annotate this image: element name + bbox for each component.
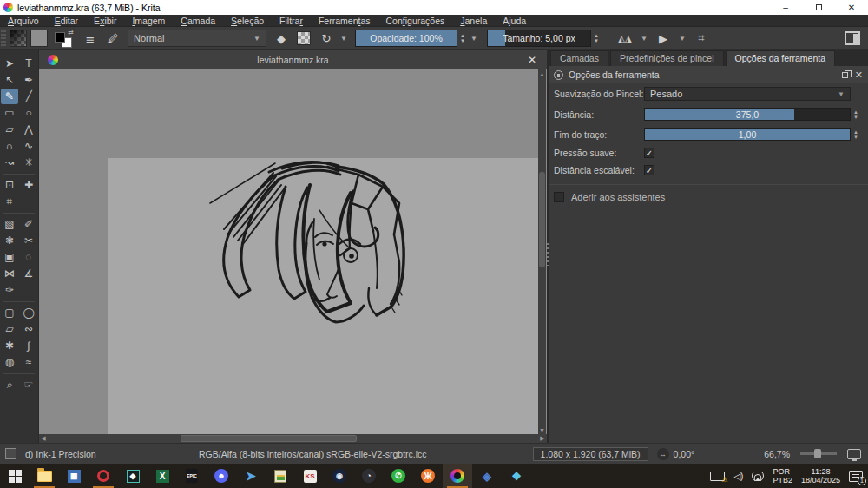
taskbar-ppsspp[interactable]: ❖ [502, 464, 531, 488]
mirror-vertical-button[interactable]: ▶ [653, 29, 674, 48]
taskbar-whatsapp[interactable]: ✆ [384, 464, 413, 488]
tool-edit-shapes[interactable]: ↖ [1, 72, 18, 88]
tool-bezier-curve[interactable]: ∩ [1, 138, 18, 154]
toolbar-drag-handle[interactable] [1, 30, 6, 46]
reload-dropdown[interactable]: ▼ [338, 35, 350, 43]
tool-select-shapes[interactable]: ➤ [1, 56, 18, 71]
menu-ferramentas[interactable]: Ferramentas [311, 15, 378, 27]
fit-view-icon[interactable] [847, 449, 861, 459]
swap-colors-icon[interactable]: ⇄ [68, 29, 74, 36]
display-tray-icon[interactable]: ⚠ [710, 472, 725, 481]
menu-imagem[interactable]: Imagem [124, 15, 173, 27]
taskbar-excel[interactable]: X [148, 464, 177, 488]
workspace-chooser-button[interactable] [842, 29, 863, 48]
taskbar-discord[interactable]: ☻ [207, 464, 236, 488]
preserve-alpha-button[interactable] [293, 29, 314, 48]
tool-contiguous-select[interactable]: ◍ [1, 354, 18, 370]
scroll-up-arrow[interactable]: ▲ [538, 69, 546, 78]
scroll-left-arrow[interactable]: ◀ [39, 434, 48, 443]
taskbar-calculator[interactable]: ▦ [59, 464, 89, 488]
language-indicator[interactable]: PORPTB2 [773, 467, 792, 485]
clock[interactable]: 11:2818/04/2025 [801, 467, 840, 485]
opacity-spinner[interactable]: ▲▼ [457, 30, 468, 47]
tool-text[interactable]: T [20, 56, 37, 71]
horizontal-scroll-thumb[interactable] [181, 435, 357, 442]
stroke-end-slider[interactable]: 1,00 [644, 128, 851, 141]
eraser-mode-button[interactable]: ◆ [271, 29, 292, 48]
tool-pan[interactable]: ☞ [20, 377, 37, 392]
brush-preset-thumb[interactable] [5, 448, 16, 459]
canvas-viewport[interactable]: leviathanmmz.kra ✕ ▲ ▼ ◀ ▶ [39, 50, 547, 443]
fg-bg-colors[interactable]: ⇄ [55, 29, 74, 48]
menu-janela[interactable]: Janela [452, 15, 495, 27]
tool-transform[interactable]: ⊡ [1, 177, 18, 193]
gradient-chooser[interactable] [10, 30, 27, 47]
taskbar-file-explorer[interactable] [30, 464, 59, 488]
mirror-horizontal-button[interactable]: ◭◮ [615, 29, 635, 48]
document-canvas[interactable] [108, 158, 538, 441]
tab-predefinicoes[interactable]: Predefinições de pincel [610, 50, 724, 66]
taskbar-obs[interactable]: ◔ [354, 464, 384, 488]
taskbar-start-button[interactable] [0, 464, 30, 488]
wrap-around-button[interactable]: ⌗ [691, 29, 712, 48]
scroll-right-arrow[interactable]: ▶ [538, 434, 547, 443]
tool-smart-patch[interactable]: ✂ [20, 233, 37, 248]
tool-enclose-fill[interactable]: ◌ [20, 249, 37, 265]
mirror-vertical-dropdown[interactable]: ▼ [676, 35, 688, 43]
taskbar-image-viewer[interactable] [266, 464, 295, 488]
tool-polygon-select[interactable]: ▱ [1, 321, 18, 337]
reload-preset-button[interactable]: ↻ [316, 29, 337, 48]
float-docker-icon[interactable] [842, 72, 848, 78]
menu-arquivo[interactable]: Arquivo [0, 15, 47, 27]
tool-move[interactable]: ✚ [20, 177, 37, 193]
taskbar-steam[interactable]: ◉ [325, 464, 354, 488]
taskbar-krita[interactable] [443, 464, 472, 488]
zoom-slider-thumb[interactable] [814, 449, 821, 458]
taskbar-ks-app[interactable]: KS [295, 464, 325, 488]
tool-line[interactable]: ╱ [20, 89, 37, 104]
tool-ellipse-select[interactable]: ◯ [20, 305, 37, 320]
lock-icon[interactable] [554, 70, 563, 80]
tool-ellipse[interactable]: ○ [20, 105, 37, 121]
tool-magnetic-select[interactable]: ≈ [20, 354, 37, 370]
panel-splitter[interactable] [547, 243, 549, 266]
brush-size-slider[interactable]: Tamanho: 5,00 px [487, 30, 591, 47]
close-docker-icon[interactable]: ✕ [855, 69, 863, 81]
volume-tray-icon[interactable]: ◁) [733, 472, 743, 481]
tool-similar-color-select[interactable]: ✱ [1, 338, 18, 353]
minimize-button[interactable]: – [769, 0, 802, 15]
tool-crop[interactable]: ⌗ [1, 194, 18, 209]
network-tray-icon[interactable] [752, 472, 764, 481]
document-tab-close[interactable]: ✕ [528, 54, 536, 66]
tool-assistants[interactable]: ⋈ [1, 266, 18, 281]
menu-selecao[interactable]: Seleção [223, 15, 272, 27]
restore-button[interactable] [802, 0, 835, 15]
horizontal-scrollbar[interactable]: ◀ ▶ [39, 434, 547, 443]
taskbar-playnite[interactable]: ➤ [236, 464, 266, 488]
opacity-slider[interactable]: Opacidade: 100% [355, 30, 457, 47]
vertical-scrollbar[interactable]: ▲ ▼ [538, 69, 546, 434]
choose-brush-preset-button[interactable]: ≣ [80, 29, 101, 48]
tool-rectangle[interactable]: ▭ [1, 105, 18, 121]
taskbar-blue-gem-app[interactable]: ◈ [472, 464, 502, 488]
foreground-color[interactable] [55, 32, 65, 43]
taskbar-opera-gx[interactable] [89, 464, 118, 488]
size-spinner[interactable]: ▲▼ [591, 30, 602, 47]
menu-editar[interactable]: Editar [47, 15, 86, 27]
tool-polygon[interactable]: ▱ [1, 122, 18, 137]
tool-rect-select[interactable]: ▢ [1, 305, 18, 320]
zoom-slider[interactable] [800, 452, 837, 455]
soft-pressure-checkbox[interactable]: ✓ [644, 148, 654, 158]
document-tab[interactable]: leviathanmmz.kra ✕ [39, 50, 547, 69]
scalable-distance-checkbox[interactable]: ✓ [644, 165, 654, 175]
tool-color-sampler[interactable]: ✐ [20, 216, 37, 232]
tool-reference-images[interactable]: ✑ [1, 282, 18, 298]
tool-bezier-select[interactable]: ∫ [20, 338, 37, 353]
close-button[interactable]: ✕ [835, 0, 868, 15]
rotation-icon[interactable]: ↔ [657, 448, 669, 460]
tab-opcoes-ferramenta[interactable]: Opções da ferramenta [726, 50, 835, 66]
tool-fill[interactable]: ▣ [1, 249, 18, 265]
tool-polyline[interactable]: ⋀ [20, 122, 37, 137]
menu-exibir[interactable]: Exibir [86, 15, 124, 27]
tool-gradient[interactable]: ▧ [1, 216, 18, 232]
